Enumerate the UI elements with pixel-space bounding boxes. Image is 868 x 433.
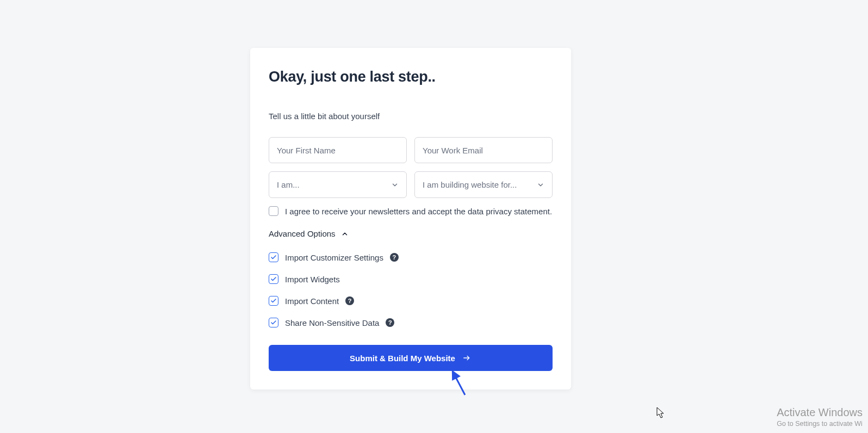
windows-watermark: Activate Windows Go to Settings to activ… [777, 406, 863, 428]
submit-button-label: Submit & Build My Website [350, 354, 455, 363]
help-icon[interactable]: ? [386, 318, 394, 327]
first-name-input[interactable] [269, 137, 407, 163]
consent-text: I agree to receive your newsletters and … [285, 207, 552, 216]
role-select[interactable]: I am... [269, 171, 407, 198]
chevron-down-icon [391, 181, 399, 189]
advanced-options-toggle[interactable]: Advanced Options [269, 229, 553, 238]
chevron-up-icon [341, 230, 349, 238]
watermark-subtitle: Go to Settings to activate Wi [777, 420, 863, 428]
share-data-checkbox[interactable] [269, 318, 278, 327]
role-select-label: I am... [277, 180, 300, 189]
page-title: Okay, just one last step.. [269, 69, 553, 85]
building-for-label: I am building website for... [423, 180, 517, 189]
page-subtitle: Tell us a little bit about yourself [269, 112, 553, 121]
select-row: I am... I am building website for... [269, 171, 553, 198]
option-label: Import Widgets [285, 275, 340, 284]
cursor-icon [656, 407, 665, 419]
option-label: Import Content [285, 296, 339, 306]
option-share-data: Share Non-Sensitive Data ? [269, 318, 553, 327]
chevron-down-icon [537, 181, 544, 189]
watermark-title: Activate Windows [777, 406, 863, 419]
import-widgets-checkbox[interactable] [269, 274, 278, 284]
option-import-content: Import Content ? [269, 296, 553, 306]
help-icon[interactable]: ? [390, 253, 399, 262]
arrow-right-icon [462, 354, 472, 362]
import-customizer-checkbox[interactable] [269, 252, 278, 262]
submit-button[interactable]: Submit & Build My Website [269, 345, 553, 371]
name-email-row [269, 137, 553, 163]
option-label: Import Customizer Settings [285, 253, 383, 262]
consent-row: I agree to receive your newsletters and … [269, 206, 553, 216]
consent-checkbox[interactable] [269, 206, 278, 216]
help-icon[interactable]: ? [345, 296, 354, 305]
building-for-select[interactable]: I am building website for... [414, 171, 553, 198]
option-label: Share Non-Sensitive Data [285, 318, 379, 327]
onboarding-card: Okay, just one last step.. Tell us a lit… [250, 48, 571, 389]
advanced-options-label: Advanced Options [269, 229, 336, 238]
option-import-widgets: Import Widgets [269, 274, 553, 284]
import-content-checkbox[interactable] [269, 296, 278, 306]
option-import-customizer: Import Customizer Settings ? [269, 252, 553, 262]
work-email-input[interactable] [414, 137, 553, 163]
